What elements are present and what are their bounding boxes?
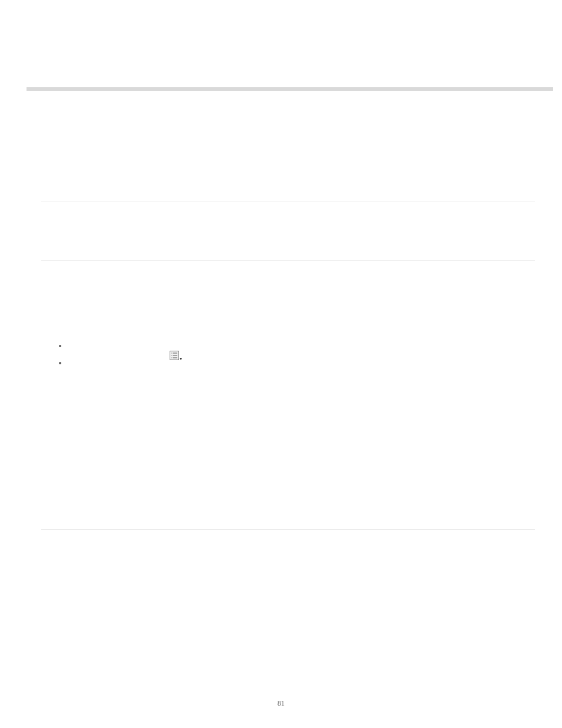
horizontal-divider-thick [27, 87, 553, 91]
list-menu-icon [170, 351, 183, 360]
bullet-icon [59, 345, 61, 347]
svg-marker-7 [180, 358, 182, 360]
horizontal-divider [41, 202, 535, 202]
bullet-list [59, 337, 61, 371]
document-page: 81 [0, 0, 562, 728]
horizontal-divider [41, 529, 535, 530]
page-number: 81 [0, 699, 562, 708]
bullet-icon [59, 362, 61, 364]
horizontal-divider [41, 260, 535, 261]
list-item [59, 337, 61, 354]
list-item [59, 354, 61, 371]
